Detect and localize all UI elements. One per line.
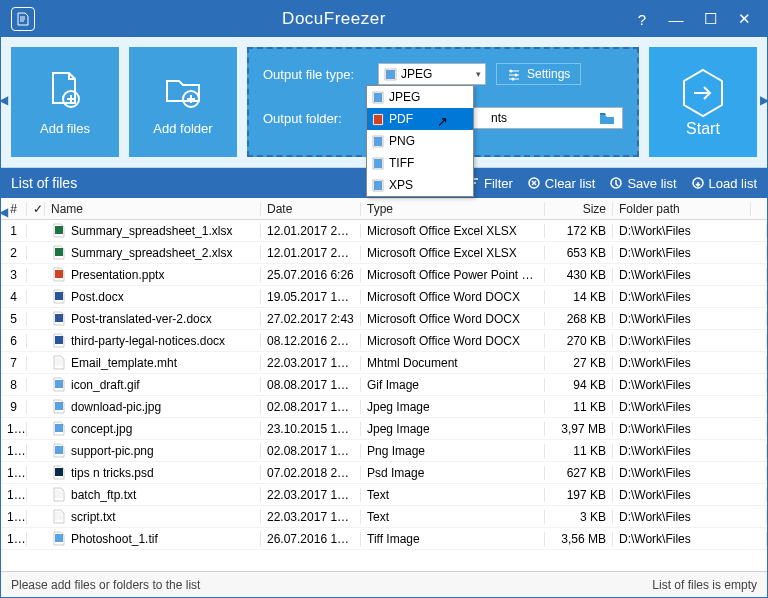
- cell-path: D:\Work\Files: [613, 356, 767, 370]
- output-type-dropdown[interactable]: JPEG ▾: [378, 63, 486, 85]
- cell-date: 22.03.2017 13:30: [261, 510, 361, 524]
- col-header-size[interactable]: Size: [545, 202, 613, 216]
- cell-num: 14: [1, 510, 27, 524]
- help-button[interactable]: ?: [633, 10, 651, 28]
- guide-arrow-icon: ◀: [0, 205, 8, 219]
- col-header-date[interactable]: Date: [261, 202, 361, 216]
- app-logo-icon: [11, 7, 35, 31]
- table-row[interactable]: 10concept.jpg23.10.2015 11:55Jpeg Image3…: [1, 418, 767, 440]
- cell-size: 268 KB: [545, 312, 613, 326]
- col-header-path[interactable]: Folder path: [613, 202, 751, 216]
- table-body[interactable]: 1Summary_spreadsheet_1.xlsx12.01.2017 21…: [1, 220, 767, 571]
- format-option-label: PNG: [389, 134, 415, 148]
- cell-type: Psd Image: [361, 466, 545, 480]
- cell-name: support-pic.png: [45, 443, 261, 458]
- load-list-button[interactable]: Load list: [691, 176, 757, 191]
- table-row[interactable]: 14script.txt22.03.2017 13:30Text3 KBD:\W…: [1, 506, 767, 528]
- add-files-button[interactable]: Add files: [11, 47, 119, 157]
- table-row[interactable]: 8icon_draft.gif08.08.2017 19:26Gif Image…: [1, 374, 767, 396]
- add-folder-button[interactable]: Add folder: [129, 47, 237, 157]
- output-panel: Output file type: JPEG ▾ Settings: [247, 47, 639, 157]
- cell-name-text: Email_template.mht: [71, 356, 177, 370]
- file-icon: [51, 377, 66, 392]
- cell-num: 6: [1, 334, 27, 348]
- format-option-label: TIFF: [389, 156, 414, 170]
- cell-num: 8: [1, 378, 27, 392]
- table-row[interactable]: 7Email_template.mht22.03.2017 13:25Mhtml…: [1, 352, 767, 374]
- status-right: List of files is empty: [652, 578, 757, 592]
- table-row[interactable]: 2Summary_spreadsheet_2.xlsx12.01.2017 23…: [1, 242, 767, 264]
- cell-path: D:\Work\Files: [613, 378, 767, 392]
- file-icon: [51, 311, 66, 326]
- guide-arrow-icon: ▶: [760, 93, 768, 107]
- svg-rect-14: [374, 159, 382, 168]
- clear-list-button[interactable]: Clear list: [527, 176, 596, 191]
- svg-rect-32: [55, 468, 63, 476]
- table-row[interactable]: 9download-pic.jpg02.08.2017 17:52Jpeg Im…: [1, 396, 767, 418]
- settings-button[interactable]: Settings: [496, 63, 581, 85]
- svg-rect-10: [374, 115, 382, 124]
- file-icon: [51, 531, 66, 546]
- col-header-name[interactable]: Name: [45, 202, 261, 216]
- save-icon: [609, 176, 623, 190]
- cell-type: Microsoft Office Word DOCX: [361, 312, 545, 326]
- file-icon: [51, 267, 66, 282]
- table-row[interactable]: 15Photoshoot_1.tif26.07.2016 15:40Tiff I…: [1, 528, 767, 550]
- table-row[interactable]: 4Post.docx19.05.2017 15:50Microsoft Offi…: [1, 286, 767, 308]
- app-title: DocuFreezer: [35, 9, 633, 29]
- cell-name: third-party-legal-notices.docx: [45, 333, 261, 348]
- format-option-jpeg[interactable]: JPEG: [367, 86, 473, 108]
- close-button[interactable]: ✕: [735, 10, 753, 28]
- table-row[interactable]: 1Summary_spreadsheet_1.xlsx12.01.2017 21…: [1, 220, 767, 242]
- cell-date: 22.03.2017 13:25: [261, 356, 361, 370]
- format-option-tiff[interactable]: TIFF: [367, 152, 473, 174]
- format-option-png[interactable]: PNG: [367, 130, 473, 152]
- format-option-label: PDF: [389, 112, 413, 126]
- list-title: List of files: [11, 175, 77, 191]
- svg-rect-33: [55, 490, 63, 498]
- cell-name: Post-translated-ver-2.docx: [45, 311, 261, 326]
- cell-type: Text: [361, 488, 545, 502]
- cell-size: 270 KB: [545, 334, 613, 348]
- cell-name-text: Post-translated-ver-2.docx: [71, 312, 212, 326]
- file-icon: [51, 509, 66, 524]
- format-option-xps[interactable]: XPS: [367, 174, 473, 196]
- maximize-button[interactable]: ☐: [701, 10, 719, 28]
- cell-size: 430 KB: [545, 268, 613, 282]
- start-button[interactable]: Start: [649, 47, 757, 157]
- table-row[interactable]: 5Post-translated-ver-2.docx27.02.2017 2:…: [1, 308, 767, 330]
- cell-size: 11 KB: [545, 444, 613, 458]
- cell-num: 3: [1, 268, 27, 282]
- table-row[interactable]: 6third-party-legal-notices.docx08.12.201…: [1, 330, 767, 352]
- svg-rect-30: [55, 424, 63, 432]
- cell-name: Presentation.pptx: [45, 267, 261, 282]
- cell-type: Tiff Image: [361, 532, 545, 546]
- cell-num: 4: [1, 290, 27, 304]
- cell-date: 08.08.2017 19:26: [261, 378, 361, 392]
- svg-rect-12: [374, 137, 382, 146]
- table-row[interactable]: 13batch_ftp.txt22.03.2017 13:28Text197 K…: [1, 484, 767, 506]
- format-option-pdf[interactable]: PDF: [367, 108, 473, 130]
- browse-folder-icon[interactable]: [596, 109, 618, 127]
- add-folder-label: Add folder: [153, 121, 212, 136]
- cell-size: 11 KB: [545, 400, 613, 414]
- cell-size: 172 KB: [545, 224, 613, 238]
- statusbar: Please add files or folders to the list …: [1, 571, 767, 597]
- toolbar: Add files Add folder Output file type: J…: [1, 37, 767, 168]
- file-icon: [51, 399, 66, 414]
- col-header-check[interactable]: ✓: [27, 202, 45, 216]
- minimize-button[interactable]: —: [667, 10, 685, 28]
- cell-date: 19.05.2017 15:50: [261, 290, 361, 304]
- table-row[interactable]: 11support-pic.png02.08.2017 19:35Png Ima…: [1, 440, 767, 462]
- table-row[interactable]: 3Presentation.pptx25.07.2016 6:26Microso…: [1, 264, 767, 286]
- col-header-type[interactable]: Type: [361, 202, 545, 216]
- table-row[interactable]: 12tips n tricks.psd07.02.2018 22:07Psd I…: [1, 462, 767, 484]
- cell-num: 5: [1, 312, 27, 326]
- cell-path: D:\Work\Files: [613, 312, 767, 326]
- file-type-icon: [371, 90, 385, 104]
- start-icon: [676, 66, 730, 120]
- cell-name-text: icon_draft.gif: [71, 378, 140, 392]
- cell-type: Text: [361, 510, 545, 524]
- save-list-button[interactable]: Save list: [609, 176, 676, 191]
- cell-name-text: third-party-legal-notices.docx: [71, 334, 225, 348]
